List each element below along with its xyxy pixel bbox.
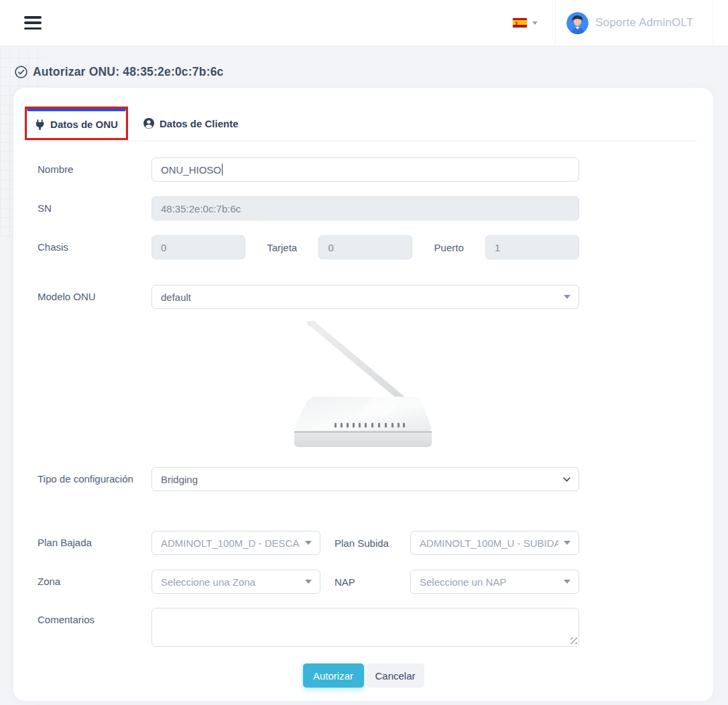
autorizar-button[interactable]: Autorizar <box>303 663 364 688</box>
user-name: Soporte AdminOLT <box>595 16 694 29</box>
modelo-row: Modelo ONU default <box>13 285 713 309</box>
form-actions: Autorizar Cancelar <box>13 663 713 688</box>
sn-value: 48:35:2e:0c:7b:6c <box>161 203 241 214</box>
plan-subida-label: Plan Subida <box>320 537 410 549</box>
plan-subida-value: ADMINOLT_100M_U - SUBIDA <box>420 537 558 549</box>
caret-down-icon <box>305 541 312 545</box>
caret-down-icon <box>532 21 538 25</box>
spain-flag-icon <box>513 18 527 27</box>
check-circle-icon <box>15 66 27 78</box>
plug-icon <box>35 119 45 130</box>
tarjeta-label: Tarjeta <box>267 242 297 253</box>
zona-placeholder: Seleccione una Zona <box>161 576 300 588</box>
tab-divider <box>27 141 697 141</box>
user-menu[interactable]: Soporte AdminOLT <box>555 0 713 46</box>
modelo-onu-value: default <box>161 292 558 303</box>
sn-label: SN <box>38 196 151 214</box>
page-header: Autorizar ONU: 48:35:2e:0c:7b:6c <box>0 46 728 79</box>
tipo-configuracion-row: Tipo de configuración Bridging <box>13 467 713 491</box>
nombre-row: Nombre ONU_HIOSO <box>13 157 713 182</box>
sn-row: SN 48:35:2e:0c:7b:6c <box>13 196 713 220</box>
user-circle-icon <box>143 118 154 129</box>
caret-down-icon <box>564 541 570 545</box>
language-selector[interactable] <box>506 0 555 46</box>
top-navbar: Soporte AdminOLT <box>0 0 728 46</box>
plan-row: Plan Bajada ADMINOLT_100M_D - DESCAR... … <box>13 531 713 555</box>
slot-row: Chasis 0 Tarjeta 0 Puerto 1 <box>13 235 713 259</box>
tab-datos-de-onu[interactable]: Datos de ONU <box>27 109 126 138</box>
comentarios-label: Comentarios <box>38 608 151 625</box>
annotation-highlight: Datos de ONU <box>25 107 128 140</box>
onu-image-row <box>13 321 713 450</box>
authorize-onu-card: Datos de ONU Datos de Cliente Nombre ONU… <box>13 88 713 701</box>
page-content: Autorizar ONU: 48:35:2e:0c:7b:6c Datos d… <box>0 46 728 705</box>
modelo-onu-select[interactable]: default <box>151 285 579 309</box>
chevron-down-icon <box>563 477 570 482</box>
zona-select[interactable]: Seleccione una Zona <box>151 570 320 594</box>
caret-down-icon <box>564 295 570 299</box>
caret-down-icon <box>564 580 570 584</box>
topbar-right: Soporte AdminOLT <box>506 0 728 46</box>
caret-down-icon <box>305 580 312 584</box>
plan-bajada-value: ADMINOLT_100M_D - DESCAR... <box>161 537 300 549</box>
puerto-label: Puerto <box>434 242 464 253</box>
nap-select[interactable]: Seleccione un NAP <box>410 570 579 594</box>
chasis-input: 0 <box>151 235 245 259</box>
text-cursor <box>222 164 223 176</box>
nap-label: NAP <box>320 576 410 588</box>
chasis-label: Chasis <box>38 235 151 253</box>
nombre-label: Nombre <box>38 157 151 175</box>
puerto-input: 1 <box>485 235 579 259</box>
comentarios-row: Comentarios <box>13 608 713 647</box>
tab-bar: Datos de ONU Datos de Cliente <box>13 88 713 141</box>
menu-toggle-button[interactable] <box>24 16 42 29</box>
nombre-input[interactable]: ONU_HIOSO <box>151 157 579 182</box>
onu-router-photo <box>292 321 434 450</box>
tipo-configuracion-label: Tipo de configuración <box>38 467 151 485</box>
plan-subida-select[interactable]: ADMINOLT_100M_U - SUBIDA <box>410 531 579 555</box>
zona-label: Zona <box>38 570 151 587</box>
modelo-onu-label: Modelo ONU <box>38 285 151 302</box>
tab-label: Datos de ONU <box>50 119 118 130</box>
nombre-value: ONU_HIOSO <box>161 164 221 176</box>
user-avatar <box>566 12 589 34</box>
tipo-configuracion-value: Bridging <box>161 474 563 485</box>
tab-datos-de-cliente[interactable]: Datos de Cliente <box>137 109 245 138</box>
tipo-configuracion-select[interactable]: Bridging <box>151 467 579 491</box>
comentarios-textarea[interactable] <box>151 608 579 647</box>
hamburger-icon <box>24 16 42 19</box>
page-title: Autorizar ONU: 48:35:2e:0c:7b:6c <box>33 65 224 79</box>
plan-bajada-select[interactable]: ADMINOLT_100M_D - DESCAR... <box>151 531 320 555</box>
cancelar-button[interactable]: Cancelar <box>367 663 424 688</box>
zona-nap-row: Zona Seleccione una Zona NAP Seleccione … <box>13 570 713 594</box>
sn-input: 48:35:2e:0c:7b:6c <box>151 196 579 220</box>
plan-bajada-label: Plan Bajada <box>38 531 151 548</box>
tab-label: Datos de Cliente <box>160 118 239 129</box>
nap-placeholder: Seleccione un NAP <box>420 576 558 588</box>
tarjeta-input: 0 <box>318 235 412 259</box>
